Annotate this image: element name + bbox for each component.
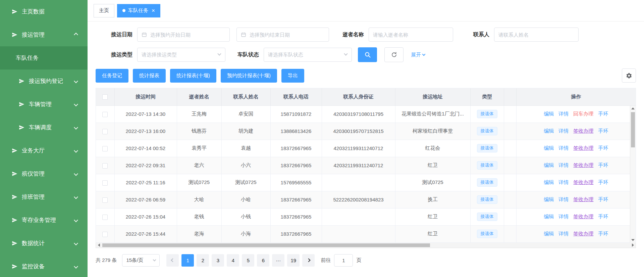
sidebar-item[interactable]: 排班管理 bbox=[0, 185, 88, 209]
edit-link[interactable]: 编辑 bbox=[544, 179, 554, 185]
row-checkbox[interactable] bbox=[102, 197, 108, 203]
bracelet-link[interactable]: 手环 bbox=[598, 162, 608, 168]
sidebar-item[interactable]: 车辆调度 bbox=[0, 116, 88, 139]
row-checkbox[interactable] bbox=[102, 129, 108, 134]
bracelet-link[interactable]: 手环 bbox=[598, 145, 608, 151]
contact-field[interactable] bbox=[498, 28, 574, 41]
sign-off-link[interactable]: 签收办理 bbox=[573, 145, 593, 151]
detail-link[interactable]: 详情 bbox=[558, 231, 569, 236]
sign-off-link[interactable]: 签收办理 bbox=[573, 214, 593, 219]
date-end-field[interactable] bbox=[250, 28, 325, 41]
page-button[interactable]: 5 bbox=[242, 254, 254, 267]
deceased-name-field[interactable] bbox=[373, 28, 449, 41]
bracelet-link[interactable]: 手环 bbox=[598, 214, 608, 219]
row-checkbox[interactable] bbox=[102, 232, 108, 237]
scroll-right-arrow[interactable] bbox=[630, 243, 636, 248]
prev-page-button[interactable] bbox=[166, 254, 179, 267]
page-button[interactable]: 3 bbox=[212, 254, 224, 267]
sign-off-link[interactable]: 签收办理 bbox=[573, 196, 593, 202]
sign-off-link[interactable]: 签收办理 bbox=[573, 128, 593, 134]
detail-link[interactable]: 详情 bbox=[558, 162, 569, 168]
scroll-left-arrow[interactable] bbox=[96, 243, 102, 248]
row-checkbox[interactable] bbox=[102, 146, 108, 151]
detail-link[interactable]: 详情 bbox=[558, 179, 569, 185]
bracelet-link[interactable]: 手环 bbox=[598, 128, 608, 134]
bracelet-link[interactable]: 手环 bbox=[598, 111, 608, 117]
edit-link[interactable]: 编辑 bbox=[544, 231, 554, 236]
contact-input[interactable] bbox=[494, 28, 579, 42]
refresh-button[interactable] bbox=[384, 47, 404, 62]
sidebar-item[interactable]: 监控设备 bbox=[0, 255, 88, 277]
vscroll-thumb[interactable] bbox=[631, 112, 635, 147]
edit-link[interactable]: 编辑 bbox=[544, 145, 554, 151]
page-button[interactable]: 19 bbox=[287, 254, 300, 267]
toolbar-button[interactable]: 统计报表(十堰) bbox=[170, 69, 216, 83]
sidebar-item[interactable]: 寄存业务管理 bbox=[0, 209, 88, 232]
toolbar-button[interactable]: 预约统计报表(十堰) bbox=[221, 69, 277, 83]
sidebar-item[interactable]: 车队任务 bbox=[0, 46, 88, 70]
vscroll-track[interactable] bbox=[630, 111, 636, 237]
sidebar-item[interactable]: 车辆管理 bbox=[0, 93, 88, 116]
row-checkbox-cell bbox=[96, 225, 114, 242]
sidebar-item[interactable]: 主页数据 bbox=[0, 0, 88, 23]
row-checkbox[interactable] bbox=[102, 180, 108, 186]
fleet-status-select[interactable]: 请选择车队状态 bbox=[264, 48, 352, 62]
detail-link[interactable]: 详情 bbox=[558, 214, 569, 219]
date-start-input[interactable] bbox=[137, 28, 230, 42]
sign-off-link[interactable]: 签收办理 bbox=[573, 162, 593, 168]
bracelet-link[interactable]: 手环 bbox=[598, 196, 608, 202]
edit-link[interactable]: 编辑 bbox=[544, 162, 554, 168]
expand-toggle[interactable]: 展开 bbox=[411, 52, 425, 58]
page-button[interactable]: 2 bbox=[197, 254, 209, 267]
toolbar-button[interactable]: 导出 bbox=[281, 69, 304, 83]
sidebar-item[interactable]: 业务大厅 bbox=[0, 139, 88, 162]
hscroll-thumb[interactable] bbox=[102, 243, 430, 247]
sign-off-link[interactable]: 签收办理 bbox=[573, 179, 593, 185]
deceased-name-input[interactable] bbox=[369, 28, 453, 42]
return-vehicle-link[interactable]: 回车办理 bbox=[573, 111, 593, 117]
detail-link[interactable]: 详情 bbox=[558, 196, 569, 202]
sidebar-item[interactable]: 接运管理 bbox=[0, 23, 88, 46]
edit-link[interactable]: 编辑 bbox=[544, 196, 554, 202]
tab-item[interactable]: 主页 bbox=[94, 4, 114, 17]
page-size-select[interactable]: 15条/页 bbox=[122, 254, 160, 267]
vertical-scrollbar[interactable] bbox=[630, 106, 636, 243]
tab-active[interactable]: 车队任务× bbox=[117, 4, 160, 17]
detail-link[interactable]: 详情 bbox=[558, 145, 569, 151]
select-all-checkbox[interactable] bbox=[102, 94, 108, 100]
close-icon[interactable]: × bbox=[152, 8, 155, 13]
edit-link[interactable]: 编辑 bbox=[544, 128, 554, 134]
horizontal-scrollbar[interactable] bbox=[96, 243, 636, 248]
date-end-input[interactable] bbox=[236, 28, 329, 42]
date-start-field[interactable] bbox=[150, 28, 225, 41]
detail-link[interactable]: 详情 bbox=[558, 128, 569, 134]
page-button[interactable]: 4 bbox=[227, 254, 239, 267]
edit-link[interactable]: 编辑 bbox=[544, 214, 554, 219]
goto-page-input[interactable] bbox=[334, 254, 353, 267]
page-ellipsis[interactable]: ··· bbox=[272, 254, 284, 267]
sidebar-item[interactable]: 接运预约登记 bbox=[0, 70, 88, 93]
toolbar-button[interactable]: 任务登记 bbox=[96, 69, 128, 83]
toolbar-button[interactable]: 统计报表 bbox=[133, 69, 166, 83]
transport-type-label: 接运类型 bbox=[96, 51, 132, 58]
page-button[interactable]: 6 bbox=[257, 254, 269, 267]
hscroll-track[interactable] bbox=[102, 243, 630, 248]
bracelet-link[interactable]: 手环 bbox=[598, 231, 608, 236]
row-checkbox[interactable] bbox=[102, 163, 108, 169]
next-page-button[interactable] bbox=[302, 254, 315, 267]
transport-type-select[interactable]: 请选择接运类型 bbox=[137, 48, 225, 62]
sidebar-item[interactable]: 殡仪管理 bbox=[0, 162, 88, 185]
search-button[interactable] bbox=[358, 47, 377, 62]
scroll-up-arrow[interactable] bbox=[630, 106, 636, 111]
scroll-down-arrow[interactable] bbox=[630, 237, 636, 243]
row-checkbox[interactable] bbox=[102, 215, 108, 220]
edit-link[interactable]: 编辑 bbox=[544, 111, 554, 117]
sidebar-item[interactable]: 数据统计 bbox=[0, 232, 88, 255]
detail-link[interactable]: 详情 bbox=[558, 111, 569, 117]
settings-button[interactable] bbox=[622, 68, 636, 83]
row-checkbox[interactable] bbox=[102, 112, 108, 117]
page-button[interactable]: 1 bbox=[181, 254, 194, 267]
spacer-column bbox=[504, 88, 516, 105]
bracelet-link[interactable]: 手环 bbox=[598, 179, 608, 185]
sign-off-link[interactable]: 签收办理 bbox=[573, 231, 593, 236]
